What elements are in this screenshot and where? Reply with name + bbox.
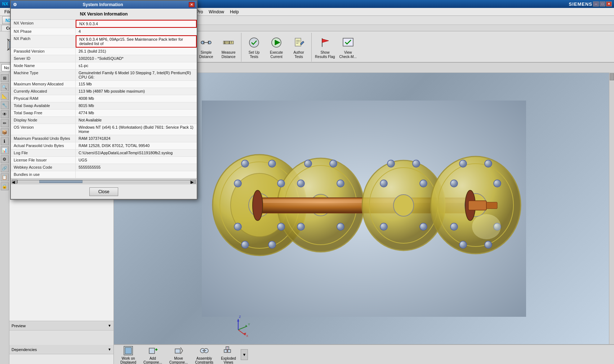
dialog-row-value-0: NX 9.0.3.4 — [76, 20, 197, 28]
dialog-row-value-11: 4774 Mb — [76, 110, 197, 116]
svg-point-73 — [420, 180, 427, 187]
tool-setup-tests[interactable]: Set UpTests — [243, 35, 265, 60]
sidebar-icon-13[interactable]: 🔒 — [1, 182, 9, 190]
svg-point-56 — [241, 160, 249, 167]
dialog-header: NX Version Information — [11, 9, 197, 20]
show-results-flag-icon — [318, 35, 332, 50]
svg-rect-88 — [486, 202, 497, 209]
svg-rect-103 — [175, 349, 180, 353]
svg-rect-107 — [224, 350, 227, 352]
deps-collapse[interactable]: ▼ — [108, 347, 111, 351]
dialog-row-label-18: Webkey Access Code — [11, 164, 76, 171]
sidebar-icon-9[interactable]: 📊 — [1, 146, 9, 154]
tool-simple-distance[interactable]: SimpleDistance — [195, 35, 217, 60]
dialog-row-label-14: Maximum Parasolid Undo Bytes — [11, 135, 76, 142]
tool-work-on-displayed[interactable]: Work onDisplayed — [117, 344, 139, 364]
sidebar-icon-3[interactable]: 📐 — [1, 92, 9, 100]
svg-rect-99 — [125, 347, 132, 354]
svg-point-76 — [459, 160, 467, 167]
menu-help[interactable]: Help — [227, 9, 242, 15]
deps-bar: Dependencies ▼ — [9, 345, 114, 354]
more-tools-button[interactable]: ▼ — [241, 349, 248, 360]
minimize-button[interactable]: ─ — [593, 1, 599, 6]
right-scrollbar[interactable] — [609, 73, 614, 344]
svg-point-63 — [268, 241, 276, 248]
tool-show-results-flag[interactable]: ShowResults Flag — [313, 35, 337, 60]
dialog-row-label-0: NX Version — [11, 20, 76, 28]
sidebar-icon-6[interactable]: ✏ — [1, 119, 9, 127]
dependencies-label: Dependencies — [12, 347, 37, 352]
menu-window[interactable]: Window — [206, 9, 227, 15]
tool-exploded-views[interactable]: ExplodedViews — [218, 344, 239, 364]
dialog-row-value-6: GenuineIntel Family 6 Model 10 Stepping … — [76, 70, 197, 80]
show-results-flag-label: ShowResults Flag — [315, 50, 335, 59]
dialog-row-12: Display NodeNot Available — [11, 117, 197, 124]
sidebar-icon-7[interactable]: 📦 — [1, 128, 9, 136]
tool-view-check[interactable]: ViewCheck-M... — [337, 35, 359, 60]
svg-point-58 — [234, 180, 241, 187]
svg-point-75 — [420, 223, 427, 230]
dialog-row-8: Currently Allocated113 Mb (4887 Mb possi… — [11, 88, 197, 95]
sidebar-icon-8[interactable]: ℹ — [1, 137, 9, 145]
svg-point-77 — [485, 160, 492, 167]
dialog-close-button-footer[interactable]: Close — [89, 187, 119, 196]
svg-line-89 — [238, 330, 245, 335]
add-component-icon — [147, 345, 159, 356]
svg-point-67 — [337, 180, 344, 187]
scroll-thumb[interactable] — [39, 180, 83, 183]
author-tests-label: AuthorTests — [293, 50, 304, 59]
dialog-row-value-8: 113 Mb (4887 Mb possible maximum) — [76, 88, 197, 95]
sidebar-icon-1[interactable]: ⊞ — [1, 74, 9, 82]
nx-logo: NX — [2, 1, 8, 6]
dialog-row-label-7: Maximum Memory Allocated — [11, 81, 76, 88]
tool-measure-distance[interactable]: MeasureDistance — [218, 35, 239, 60]
dialog-row-1: NX Phase4 — [11, 28, 197, 35]
dialog-row-value-2: NX 9.0.3.4 MP6, 09Apr15. See Maintenance… — [76, 35, 197, 48]
dialog-scrollbar[interactable]: ◀ ▶ — [11, 178, 197, 184]
tool-execute-current[interactable]: ExecuteCurrent — [266, 35, 287, 60]
dialog-row-4: Server ID1002010 - *SolidSQUAD* — [11, 55, 197, 62]
tool-add-component[interactable]: AddCompone... — [141, 344, 165, 364]
sidebar-icon-5[interactable]: 👁 — [1, 110, 9, 118]
maximize-button[interactable]: □ — [600, 1, 605, 6]
dialog-row-value-13: Windows NT (x64) 6.1 (Workstation) (Buil… — [76, 124, 197, 135]
dialog-row-18: Webkey Access Code5555555555 — [11, 164, 197, 171]
svg-point-84 — [253, 190, 263, 221]
sidebar-icon-4[interactable]: 🔧 — [1, 101, 9, 109]
scroll-right-btn[interactable]: ▶ — [190, 179, 196, 184]
dialog-close-button[interactable]: ✕ — [189, 2, 195, 7]
sidebar-icon-11[interactable]: 🔗 — [1, 164, 9, 172]
dialog-row-label-3: Parasolid Version — [11, 48, 76, 55]
preview-bar: Preview ▼ — [9, 321, 114, 330]
svg-point-62 — [241, 241, 249, 248]
sidebar-icon-12[interactable]: 📋 — [1, 173, 9, 181]
dialog-content[interactable]: NX VersionNX 9.0.3.4NX Phase4NX PatchNX … — [11, 20, 197, 178]
svg-point-21 — [208, 41, 211, 44]
tool-author-tests[interactable]: AuthorTests — [288, 35, 310, 60]
view-check-icon — [341, 35, 355, 50]
execute-current-icon — [269, 35, 284, 50]
dialog-row-13: OS VersionWindows NT (x64) 6.1 (Workstat… — [11, 124, 197, 135]
svg-point-79 — [494, 180, 501, 187]
coord-axes: X Y Z — [226, 314, 251, 339]
tool-assembly-constraints[interactable]: AssemblyConstraints — [192, 344, 216, 364]
dialog-row-label-2: NX Patch — [11, 35, 76, 48]
dialog-row-value-12: Not Available — [76, 117, 197, 124]
author-tests-icon — [292, 35, 306, 50]
sidebar-icon-10[interactable]: ⚙ — [1, 155, 9, 163]
scroll-track[interactable] — [17, 180, 190, 183]
preview-label: Preview — [12, 324, 26, 328]
tool-move-component[interactable]: MoveCompone... — [166, 344, 191, 364]
app-close-button[interactable]: ✕ — [606, 1, 612, 6]
sidebar-icon-2[interactable]: 🔍 — [1, 83, 9, 91]
dialog-row-label-10: Total Swap Available — [11, 102, 76, 109]
scroll-left-btn[interactable]: ◀ — [12, 179, 17, 184]
simple-distance-label: SimpleDistance — [199, 50, 213, 59]
preview-collapse[interactable]: ▼ — [108, 324, 111, 328]
dialog-row-7: Maximum Memory Allocated115 Mb — [11, 81, 197, 88]
dialog-row-label-15: Actual Parasolid Undo Bytes — [11, 142, 76, 149]
dialog-row-value-14: RAM 1073741824 — [76, 135, 197, 142]
dialog-row-label-13: OS Version — [11, 124, 76, 135]
assembly-constraints-label: AssemblyConstraints — [195, 356, 213, 364]
move-component-label: MoveCompone... — [169, 356, 188, 364]
